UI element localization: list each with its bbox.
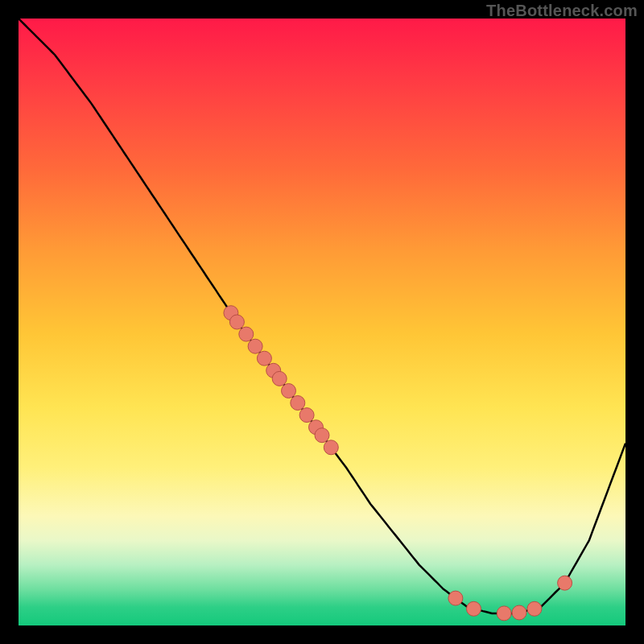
data-point (512, 605, 526, 620)
data-point (558, 576, 572, 590)
chart-svg (19, 19, 625, 625)
data-point (229, 315, 244, 329)
data-point (239, 327, 254, 341)
data-point (272, 371, 287, 386)
data-point (324, 440, 338, 455)
data-point (282, 384, 296, 398)
data-point (315, 428, 329, 443)
curve-line (19, 19, 625, 613)
watermark-text: TheBottleneck.com (486, 2, 638, 20)
data-point (497, 606, 511, 621)
data-point (527, 601, 542, 616)
data-point (448, 591, 463, 605)
data-point (467, 601, 481, 616)
chart-frame (19, 19, 625, 625)
data-point (248, 339, 262, 353)
data-point (299, 408, 314, 423)
data-point (291, 396, 305, 411)
data-point (257, 351, 271, 365)
